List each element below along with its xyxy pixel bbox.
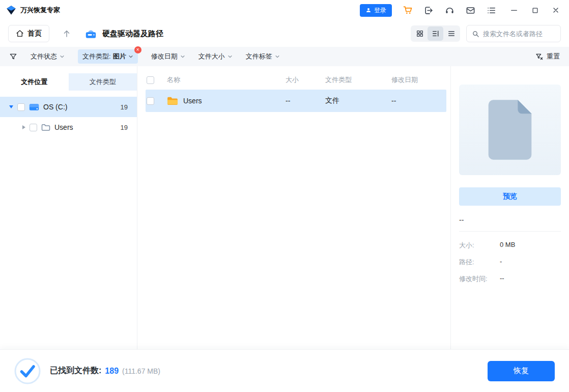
content: 文件位置 文件类型 OS (C:) 19	[0, 66, 569, 349]
field-modified-value: --	[500, 274, 504, 284]
titlebar-left: 万兴恢复专家	[6, 5, 60, 15]
found-count: 189	[105, 367, 119, 376]
home-label: 首页	[27, 29, 42, 38]
found-files-summary: 已找到文件数: 189 (111.67 MB)	[50, 366, 160, 376]
funnel-icon	[9, 52, 17, 61]
detail-view-icon	[432, 30, 440, 38]
table-row[interactable]: Users -- 文件 --	[146, 90, 446, 112]
cart-icon	[403, 5, 413, 15]
row-checkbox[interactable]	[147, 97, 154, 105]
chevron-down-icon	[180, 54, 185, 59]
filter-file-type[interactable]: 文件类型: 图片 ×	[78, 49, 138, 64]
titlebar: 万兴恢复专家 登录	[0, 0, 569, 20]
sidebar-tabs: 文件位置 文件类型	[0, 73, 137, 91]
row-date: --	[391, 97, 446, 105]
preview-button[interactable]: 预览	[459, 187, 561, 206]
home-button[interactable]: 首页	[8, 25, 49, 42]
folder-outline-icon	[41, 123, 50, 131]
filter-file-status[interactable]: 文件状态	[31, 52, 65, 61]
tree-checkbox[interactable]	[17, 103, 25, 111]
maximize-button[interactable]	[530, 5, 540, 15]
close-icon	[552, 6, 560, 14]
titlebar-right: 登录	[360, 4, 561, 17]
chevron-down-icon	[128, 54, 133, 59]
app-logo-icon	[6, 5, 16, 15]
field-size-label: 大小:	[459, 241, 500, 250]
tab-file-location-label: 文件位置	[21, 77, 47, 87]
tab-file-type-label: 文件类型	[90, 77, 116, 87]
navigate-up-button[interactable]	[60, 26, 74, 41]
minimize-button[interactable]	[509, 5, 519, 15]
preview-panel: 预览 -- 大小: 0 MB 路径: - 修改时间: --	[450, 66, 569, 349]
filter-file-type-value: 图片	[113, 52, 126, 61]
check-circle-icon	[14, 358, 41, 384]
row-type: 文件	[325, 96, 391, 105]
remove-filter-badge[interactable]: ×	[134, 46, 141, 53]
maximize-icon	[531, 7, 539, 14]
menu-list-button[interactable]	[486, 5, 496, 15]
column-size[interactable]: 大小	[286, 75, 325, 85]
select-all-checkbox[interactable]	[147, 76, 154, 84]
field-size-value: 0 MB	[500, 241, 515, 250]
cart-button[interactable]	[403, 5, 413, 15]
field-path-label: 路径:	[459, 258, 500, 267]
found-label: 已找到文件数:	[50, 366, 101, 376]
window-controls	[509, 5, 561, 15]
app-window: 万兴恢复专家 登录	[0, 0, 569, 392]
filter-modified-date[interactable]: 修改日期	[151, 52, 185, 61]
filter-bar: 文件状态 文件类型: 图片 × 修改日期 文件大小 文件标签 重置	[0, 47, 569, 66]
column-name[interactable]: 名称	[167, 75, 286, 85]
list-view-icon	[447, 30, 456, 38]
divider	[459, 231, 561, 232]
grid-view-button[interactable]	[412, 26, 428, 41]
row-size: --	[286, 97, 325, 105]
column-date[interactable]: 修改日期	[391, 75, 446, 85]
filter-file-status-label: 文件状态	[31, 52, 57, 61]
search-icon	[472, 30, 479, 38]
menu-list-icon	[487, 6, 496, 15]
headset-icon	[445, 6, 454, 15]
tree-item-users[interactable]: Users 19	[0, 117, 137, 137]
filter-modified-date-label: 修改日期	[151, 52, 178, 61]
close-button[interactable]	[551, 5, 561, 15]
page-title: 硬盘驱动器及路径	[102, 29, 163, 39]
chevron-down-icon	[60, 54, 65, 59]
support-button[interactable]	[444, 5, 454, 15]
row-name: Users	[183, 97, 202, 105]
tree-checkbox[interactable]	[30, 124, 37, 131]
mail-button[interactable]	[465, 5, 475, 15]
column-type[interactable]: 文件类型	[325, 75, 391, 85]
filter-file-size[interactable]: 文件大小	[198, 52, 233, 61]
app-title: 万兴恢复专家	[20, 6, 60, 15]
chevron-down-icon	[227, 54, 233, 59]
field-size: 大小: 0 MB	[459, 241, 561, 250]
recover-button[interactable]: 恢复	[488, 361, 555, 381]
list-view-button[interactable]	[443, 26, 459, 41]
login-button[interactable]: 登录	[360, 4, 392, 17]
mail-icon	[466, 6, 475, 15]
view-switcher	[411, 25, 460, 42]
tree-item-label: Users	[54, 123, 73, 131]
search-box	[466, 25, 561, 42]
filter-file-tag[interactable]: 文件标签	[246, 52, 280, 61]
tree-item-label: OS (C:)	[43, 103, 67, 111]
drive-icon	[84, 27, 98, 40]
grid-view-icon	[416, 30, 424, 38]
field-modified: 修改时间: --	[459, 274, 561, 284]
tab-file-location[interactable]: 文件位置	[0, 73, 69, 91]
home-icon	[16, 30, 24, 38]
file-table: 名称 大小 文件类型 修改日期 Users -- 文件 --	[137, 66, 450, 349]
detail-view-button[interactable]	[428, 26, 443, 41]
search-input[interactable]	[483, 30, 555, 38]
tab-file-type[interactable]: 文件类型	[69, 73, 137, 91]
caret-down-icon[interactable]	[9, 105, 13, 108]
document-icon	[485, 99, 535, 161]
export-button[interactable]	[423, 5, 434, 15]
caret-right-icon[interactable]	[22, 125, 25, 129]
tree-item-os-c[interactable]: OS (C:) 19	[0, 97, 137, 117]
reset-filters-button[interactable]: 重置	[535, 52, 560, 61]
filter-file-size-label: 文件大小	[198, 52, 225, 61]
filter-file-type-label: 文件类型:	[82, 52, 111, 61]
export-icon	[424, 6, 434, 15]
arrow-up-icon	[62, 29, 71, 38]
